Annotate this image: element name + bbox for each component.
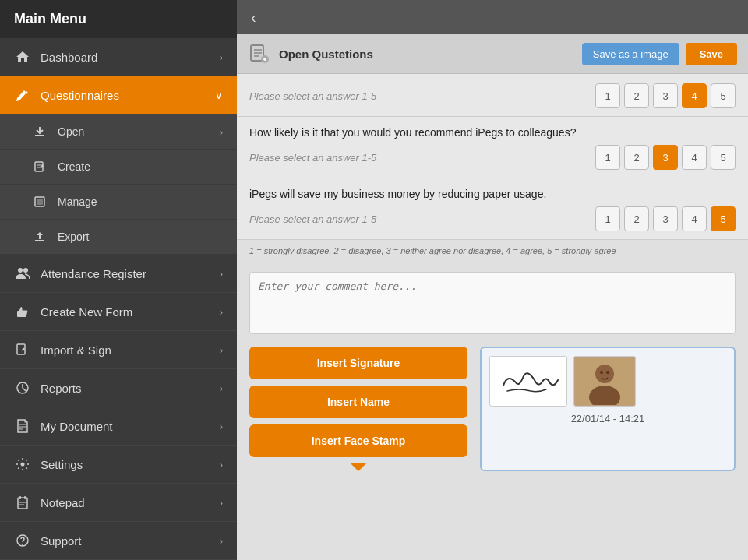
sidebar-item-open[interactable]: Open ›	[0, 114, 237, 150]
chevron-right-icon: ›	[220, 51, 223, 63]
rating-buttons-q3: 1 2 3 4 5	[595, 206, 736, 231]
submenu-export-label: Export	[58, 231, 89, 243]
sidebar-item-settings[interactable]: Settings ›	[0, 446, 237, 484]
scale-note: 1 = strongly disagree, 2 = disagree, 3 =…	[237, 240, 748, 262]
rating-btn-5[interactable]: 5	[711, 206, 736, 231]
sidebar-item-attendance[interactable]: Attendance Register ›	[0, 255, 237, 293]
question-block-3: iPegs will save my business money by red…	[237, 178, 748, 240]
chevron-right-icon: ›	[220, 344, 223, 356]
sidebar-item-import-sign[interactable]: Import & Sign ›	[0, 331, 237, 369]
sidebar-item-notepad[interactable]: Notepad ›	[0, 484, 237, 522]
submenu-create-label: Create	[58, 160, 90, 173]
reports-icon	[14, 379, 31, 396]
rating-btn-4[interactable]: 4	[682, 145, 707, 170]
svg-marker-0	[16, 51, 29, 62]
rating-buttons-q1: 1 2 3 4 5	[595, 83, 736, 108]
signature-timestamp: 22/01/14 - 14:21	[571, 413, 645, 424]
sidebar-item-label: Import & Sign	[41, 343, 111, 357]
question-block-2: How likely is it that you would you reco…	[237, 117, 748, 178]
rating-btn-2[interactable]: 2	[624, 206, 649, 231]
face-photo	[573, 356, 636, 407]
answer-placeholder-2: Please select an answer 1-5	[249, 152, 589, 164]
sidebar-item-reports[interactable]: Reports ›	[0, 369, 237, 407]
svg-rect-4	[37, 199, 43, 205]
sidebar-item-dashboard[interactable]: Dashboard ›	[0, 38, 237, 76]
attendance-icon	[14, 265, 31, 282]
pencil-icon	[14, 86, 31, 104]
export-icon	[31, 228, 48, 245]
support-icon	[14, 532, 31, 549]
comment-input[interactable]	[249, 272, 736, 334]
open-icon	[31, 123, 48, 140]
form-title: Open Qustetions	[279, 48, 373, 61]
chevron-right-icon: ›	[220, 306, 223, 318]
sidebar-item-label: Settings	[41, 458, 83, 471]
rating-btn-4[interactable]: 4	[682, 83, 707, 108]
signature-images	[489, 356, 726, 407]
question-text-3: iPegs will save my business money by red…	[249, 188, 736, 200]
top-bar: ‹	[237, 0, 748, 34]
rating-btn-2[interactable]: 2	[624, 83, 649, 108]
save-button[interactable]: Save	[686, 43, 737, 65]
signature-drawing	[489, 356, 567, 407]
rating-btn-3[interactable]: 3	[653, 83, 678, 108]
header-buttons: Save as a image Save	[582, 43, 737, 65]
rating-btn-5[interactable]: 5	[711, 83, 736, 108]
sidebar-item-support[interactable]: Support ›	[0, 522, 237, 560]
sidebar-item-export[interactable]: Export	[0, 220, 237, 255]
rating-btn-1[interactable]: 1	[595, 83, 620, 108]
sidebar-item-label: Notepad	[41, 496, 85, 509]
sidebar-item-label: Support	[41, 534, 82, 548]
answer-placeholder-3: Please select an answer 1-5	[249, 213, 589, 225]
sidebar-item-create-new-form[interactable]: Create New Form ›	[0, 293, 237, 331]
form-header: Open Qustetions Save as a image Save	[237, 34, 748, 74]
chevron-right-icon: ›	[220, 268, 223, 280]
rating-btn-1[interactable]: 1	[595, 145, 620, 170]
sidebar-item-label: Questionnaires	[41, 89, 119, 102]
rating-btn-1[interactable]: 1	[595, 206, 620, 231]
svg-point-12	[22, 544, 23, 545]
rating-btn-5[interactable]: 5	[711, 145, 736, 170]
action-buttons: Insert Signature Insert Name Insert Face…	[249, 347, 468, 471]
svg-point-18	[600, 371, 603, 374]
svg-rect-10	[18, 498, 27, 509]
insert-face-stamp-button[interactable]: Insert Face Stamp	[249, 424, 468, 457]
svg-point-6	[23, 268, 28, 273]
sidebar-item-my-document[interactable]: My Document ›	[0, 407, 237, 446]
sidebar-item-label: My Document	[41, 420, 113, 433]
chevron-right-icon: ›	[220, 497, 223, 509]
comment-section	[237, 262, 748, 347]
collapse-sidebar-button[interactable]: ‹	[245, 5, 263, 30]
main-content: ‹ Open Qustetions Save as a image Save P	[237, 0, 748, 560]
sidebar-item-label: Reports	[41, 382, 82, 395]
sidebar-item-label: Create New Form	[41, 305, 132, 319]
document-icon	[14, 417, 31, 435]
sidebar-title: Main Menu	[14, 11, 86, 26]
form-header-icon	[248, 42, 271, 65]
rating-btn-3[interactable]: 3	[653, 206, 678, 231]
import-sign-icon	[14, 341, 31, 358]
chevron-right-icon: ›	[220, 126, 223, 138]
chevron-right-icon: ›	[220, 382, 223, 394]
sidebar-item-questionnaires[interactable]: Questionnaires ∨	[0, 76, 237, 114]
sidebar-item-create[interactable]: Create	[0, 150, 237, 185]
chevron-right-icon: ›	[220, 459, 223, 470]
sidebar-item-label: Attendance Register	[41, 267, 146, 280]
questionnaires-submenu: Open › Create	[0, 114, 237, 255]
sidebar-header: Main Menu	[0, 0, 237, 38]
rating-btn-3[interactable]: 3	[653, 145, 678, 170]
chevron-right-icon: ›	[220, 535, 223, 547]
sidebar-item-manage[interactable]: Manage	[0, 185, 237, 220]
bottom-area: Insert Signature Insert Name Insert Face…	[237, 347, 748, 484]
insert-name-button[interactable]: Insert Name	[249, 386, 468, 418]
insert-signature-button[interactable]: Insert Signature	[249, 347, 468, 379]
rating-btn-2[interactable]: 2	[624, 145, 649, 170]
notepad-icon	[14, 494, 31, 511]
save-as-image-button[interactable]: Save as a image	[582, 43, 679, 65]
question-text-2: How likely is it that you would you reco…	[249, 126, 736, 139]
chevron-down-icon: ∨	[215, 90, 223, 101]
answer-placeholder: Please select an answer 1-5	[249, 90, 589, 102]
sidebar-item-label: Dashboard	[41, 51, 97, 64]
rating-btn-4[interactable]: 4	[682, 206, 707, 231]
question-block-1: Please select an answer 1-5 1 2 3 4 5	[237, 74, 748, 117]
